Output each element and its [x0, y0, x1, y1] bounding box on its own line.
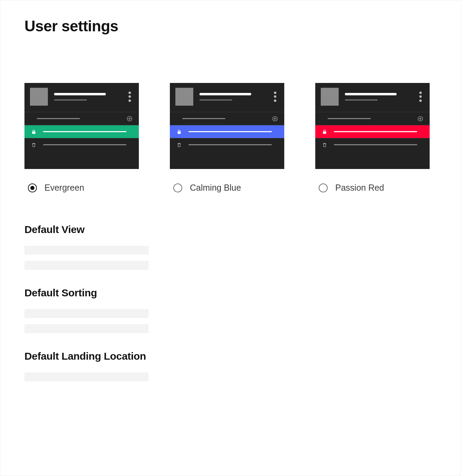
title-line: [54, 93, 106, 95]
section-default-sorting: Default Sorting: [24, 287, 437, 333]
subtitle-line: [345, 99, 378, 101]
loading-placeholder: [24, 372, 148, 381]
radio-icon: [319, 183, 328, 192]
preview-row: [24, 112, 139, 125]
loading-placeholder: [24, 324, 148, 333]
header-lines: [345, 93, 416, 101]
row-line: [334, 144, 417, 145]
section-default-landing: Default Landing Location: [24, 350, 437, 381]
preview-row: [170, 112, 284, 125]
theme-option-calming-blue: •••: [170, 83, 284, 193]
page-title: User settings: [24, 18, 437, 35]
row-line: [37, 118, 80, 119]
plus-circle-icon: [272, 116, 278, 122]
theme-radio-evergreen[interactable]: Evergreen: [24, 183, 139, 193]
theme-radio-passion-red[interactable]: Passion Red: [315, 183, 430, 193]
section-default-view: Default View: [24, 224, 437, 270]
theme-label: Calming Blue: [190, 183, 241, 193]
svg-rect-7: [178, 131, 181, 134]
theme-preview-evergreen: •••: [24, 83, 139, 169]
trash-icon: [31, 142, 37, 148]
theme-label: Evergreen: [44, 183, 84, 193]
theme-option-evergreen: •••: [24, 83, 139, 193]
section-title: Default View: [24, 224, 437, 235]
header-lines: [199, 93, 271, 101]
header-lines: [54, 93, 125, 101]
avatar-placeholder: [175, 88, 193, 106]
preview-header: •••: [24, 83, 139, 112]
preview-row-accent: [24, 125, 139, 138]
radio-icon: [28, 183, 37, 192]
plus-circle-icon: [126, 116, 133, 122]
preview-row-accent: [315, 125, 430, 138]
row-line: [188, 144, 272, 145]
subtitle-line: [54, 99, 87, 101]
theme-options-row: •••: [24, 83, 437, 193]
plus-circle-icon: [417, 116, 423, 122]
preview-row: [24, 138, 139, 151]
row-line: [43, 131, 126, 132]
theme-label: Passion Red: [335, 183, 384, 193]
section-title: Default Landing Location: [24, 350, 437, 362]
loading-placeholder: [24, 261, 148, 270]
settings-page: User settings •••: [0, 0, 461, 476]
row-line: [182, 118, 225, 119]
preview-row: [170, 138, 284, 151]
preview-row: [315, 138, 430, 151]
subtitle-line: [199, 99, 232, 101]
avatar-placeholder: [30, 88, 48, 106]
loading-placeholder: [24, 246, 148, 255]
row-line: [334, 131, 417, 132]
theme-radio-calming-blue[interactable]: Calming Blue: [170, 183, 284, 193]
row-line: [43, 144, 126, 145]
preview-header: •••: [315, 83, 430, 112]
kebab-menu-icon: •••: [419, 91, 422, 102]
preview-header: •••: [170, 83, 284, 112]
lock-icon: [176, 129, 182, 135]
radio-icon: [173, 183, 182, 192]
kebab-menu-icon: •••: [128, 91, 131, 102]
section-title: Default Sorting: [24, 287, 437, 299]
theme-option-passion-red: •••: [315, 83, 430, 193]
preview-row: [315, 112, 430, 125]
row-line: [328, 118, 371, 119]
avatar-placeholder: [321, 88, 339, 106]
kebab-menu-icon: •••: [274, 91, 277, 102]
lock-icon: [31, 129, 37, 135]
theme-preview-passion-red: •••: [315, 83, 430, 169]
title-line: [345, 93, 397, 95]
title-line: [199, 93, 251, 95]
svg-rect-3: [32, 131, 35, 134]
preview-row-accent: [170, 125, 284, 138]
svg-rect-11: [323, 131, 326, 134]
lock-icon: [321, 129, 328, 135]
trash-icon: [176, 142, 182, 148]
row-line: [188, 131, 272, 132]
trash-icon: [321, 142, 328, 148]
theme-preview-calming-blue: •••: [170, 83, 284, 169]
loading-placeholder: [24, 309, 148, 318]
